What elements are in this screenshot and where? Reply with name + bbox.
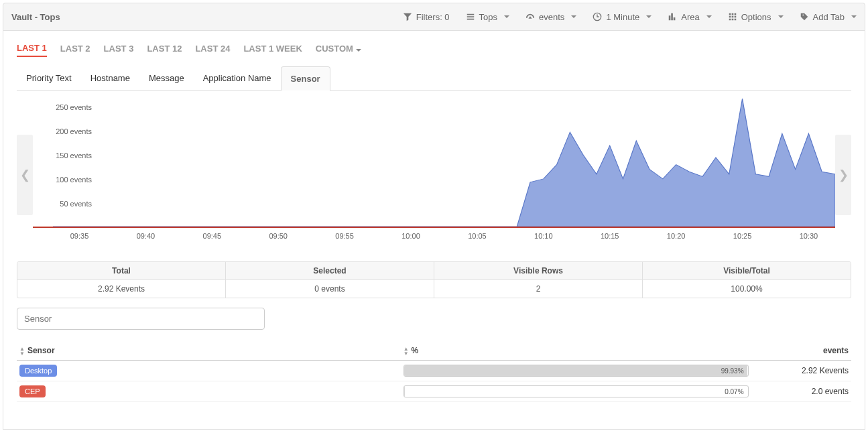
sensor-badge[interactable]: Desktop	[19, 365, 57, 377]
sort-icon: ▲▼	[404, 347, 409, 356]
tag-icon	[800, 12, 809, 21]
clock-icon	[593, 12, 602, 21]
field-tab-priority-text[interactable]: Priority Text	[17, 66, 81, 90]
range-tab-last-24[interactable]: LAST 24	[195, 44, 230, 56]
field-tab-hostname[interactable]: Hostname	[81, 66, 139, 90]
content-panel: LAST 1LAST 2LAST 3LAST 12LAST 24LAST 1 W…	[3, 31, 865, 430]
stat-label: Visible Rows	[434, 262, 642, 280]
stat-visible-total: Visible/Total100.00%	[643, 262, 851, 298]
stat-visible-rows: Visible Rows2	[434, 262, 643, 298]
col-sensor[interactable]: ▲▼Sensor	[17, 342, 401, 360]
percent-label: 99.93%	[721, 365, 744, 377]
x-tick: 10:15	[601, 232, 619, 240]
x-tick: 09:35	[70, 232, 89, 240]
stat-value: 2	[434, 280, 642, 298]
toolbar-controls: Filters: 0 Tops events 1 Minute Area Opt…	[403, 12, 857, 22]
filters-button[interactable]: Filters: 0	[403, 12, 450, 22]
x-tick: 10:20	[667, 232, 686, 240]
range-tab-last-12[interactable]: LAST 12	[147, 44, 182, 56]
sort-icon: ▲▼	[19, 347, 25, 356]
gauge-icon	[525, 12, 535, 21]
x-tick: 10:10	[534, 232, 553, 240]
stat-selected: Selected0 events	[226, 262, 434, 298]
percent-bar: 99.93%	[404, 365, 749, 377]
field-tabs: Priority TextHostnameMessageApplication …	[17, 66, 851, 91]
x-axis: 09:3509:4009:4509:5009:5510:0010:0510:10…	[33, 228, 835, 252]
interval-dropdown[interactable]: 1 Minute	[593, 12, 652, 22]
range-tab-custom[interactable]: CUSTOM	[316, 44, 361, 56]
plot-area	[33, 98, 835, 228]
add-tab-button[interactable]: Add Tab	[800, 12, 857, 22]
events-value: 2.92 Kevents	[751, 360, 851, 381]
stats-row: Total2.92 KeventsSelected0 eventsVisible…	[17, 261, 851, 298]
percent-label: 0.07%	[725, 386, 743, 397]
range-tab-last-3[interactable]: LAST 3	[104, 44, 134, 56]
range-tab-last-2[interactable]: LAST 2	[60, 44, 90, 56]
x-tick: 09:40	[137, 232, 156, 240]
chart-svg	[33, 98, 835, 227]
area-chart: 50 events100 events150 events200 events2…	[33, 98, 835, 252]
sensor-table: ▲▼Sensor ▲▼% events Desktop99.93%2.92 Ke…	[17, 342, 851, 402]
tops-dropdown[interactable]: Tops	[466, 12, 509, 22]
stat-label: Visible/Total	[643, 262, 851, 280]
events-dropdown[interactable]: events	[525, 12, 576, 22]
options-dropdown[interactable]: Options	[728, 12, 784, 22]
stat-value: 100.00%	[643, 280, 851, 298]
stat-label: Total	[17, 262, 225, 280]
stat-label: Selected	[226, 262, 434, 280]
x-tick: 10:05	[468, 232, 487, 240]
grid-icon	[728, 12, 737, 21]
chart-container: ❮ 50 events100 events150 events200 event…	[17, 98, 851, 252]
events-value: 2.0 events	[751, 381, 851, 401]
col-events[interactable]: events	[751, 342, 851, 360]
field-tab-message[interactable]: Message	[139, 66, 194, 90]
x-tick: 10:30	[800, 232, 818, 240]
x-tick: 09:45	[203, 232, 222, 240]
chart-prev-button[interactable]: ❮	[17, 135, 33, 215]
range-tab-last-1[interactable]: LAST 1	[17, 43, 47, 57]
stat-total: Total2.92 Kevents	[17, 262, 226, 298]
table-row[interactable]: CEP0.07%2.0 events	[17, 381, 851, 401]
chart-next-button[interactable]: ❯	[835, 135, 851, 215]
x-tick: 09:50	[269, 232, 288, 240]
x-tick: 09:55	[335, 232, 354, 240]
col-percent[interactable]: ▲▼%	[401, 342, 751, 360]
page-title: Vault - Tops	[11, 12, 403, 22]
chart-type-dropdown[interactable]: Area	[668, 12, 711, 22]
x-tick: 10:25	[733, 232, 752, 240]
bar-chart-icon	[668, 12, 677, 21]
stat-value: 2.92 Kevents	[17, 280, 225, 298]
table-row[interactable]: Desktop99.93%2.92 Kevents	[17, 360, 851, 381]
percent-bar: 0.07%	[404, 385, 749, 397]
time-range-tabs: LAST 1LAST 2LAST 3LAST 12LAST 24LAST 1 W…	[17, 43, 851, 57]
list-icon	[466, 12, 475, 21]
top-toolbar: Vault - Tops Filters: 0 Tops events 1 Mi…	[3, 3, 865, 31]
stat-value: 0 events	[226, 280, 434, 298]
sensor-badge[interactable]: CEP	[19, 385, 46, 397]
sensor-filter-input[interactable]	[17, 308, 265, 330]
range-tab-last-1-week[interactable]: LAST 1 WEEK	[243, 44, 302, 56]
funnel-icon	[403, 12, 412, 21]
field-tab-sensor[interactable]: Sensor	[281, 66, 330, 91]
field-tab-application-name[interactable]: Application Name	[194, 66, 281, 90]
x-tick: 10:00	[401, 232, 420, 240]
